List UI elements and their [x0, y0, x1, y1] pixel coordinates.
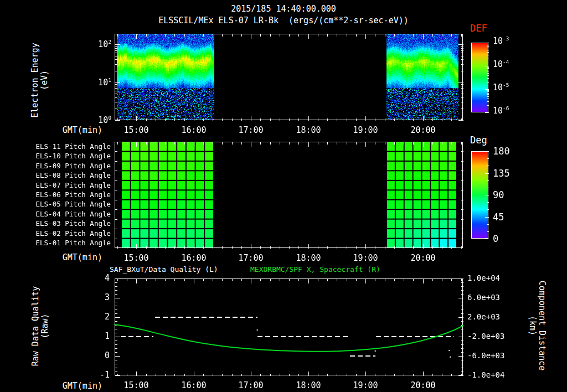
- x-tick-label: 17:00: [236, 380, 266, 390]
- energy-tick-label: 102: [86, 39, 111, 49]
- left-series-title: SAF_BXuT/Data Quality (L): [110, 265, 218, 274]
- gmt-label-panel1: GMT(min): [53, 125, 102, 135]
- deg-colorbar-title: Deg: [470, 135, 487, 146]
- row-label: ELS-04 Pitch Angle: [32, 210, 111, 218]
- x-tick-label: 15:00: [121, 380, 151, 390]
- x-tick-label: 19:00: [350, 253, 380, 263]
- row-label: ELS-07 Pitch Angle: [32, 181, 111, 189]
- tplot-display-page: 2015/185 14:40:00.000 ELSSCIL/MEx ELS-07…: [0, 0, 567, 392]
- x-tick-label: 16:00: [179, 253, 209, 263]
- x-tick-label: 17:00: [236, 253, 266, 263]
- gmt-label-panel3: GMT(min): [53, 381, 102, 391]
- def-tick-label: 10-4: [493, 59, 509, 69]
- x-tick-label: 20:00: [408, 125, 438, 135]
- row-label: ELS-08 Pitch Angle: [32, 171, 111, 179]
- row-label: ELS-05 Pitch Angle: [32, 200, 111, 208]
- energy-tick-label: 101: [86, 77, 111, 87]
- page-title-datetime: 2015/185 14:40:00.000: [0, 4, 567, 14]
- quality-tick-label: -1: [91, 370, 110, 380]
- def-tick-label: 10-6: [493, 105, 509, 116]
- x-tick-label: 20:00: [408, 380, 438, 390]
- data-speck: [257, 329, 258, 331]
- energy-tick-label: 100: [86, 115, 111, 125]
- row-label: ELS-01 Pitch Angle: [32, 239, 111, 247]
- row-label: ELS-06 Pitch Angle: [32, 190, 111, 199]
- energy-axis-title: Electron Energy (eV): [30, 0, 49, 163]
- row-label: ELS-02 Pitch Angle: [32, 229, 111, 238]
- distance-tick-label: 2.0e+03: [467, 312, 500, 321]
- distance-tick-label: 1.0e+04: [467, 274, 500, 282]
- pitch-angle-canvas: [115, 142, 463, 248]
- spacecraft-x-curve: [115, 324, 463, 352]
- data-speck: [450, 357, 451, 358]
- energy-axis-title-line1: Electron Energy: [30, 0, 40, 163]
- distance-axis-title-line1: Component Distance: [537, 243, 547, 392]
- quality-axis-title: Raw Data Quality (Raw): [31, 243, 50, 392]
- distance-axis-title: Component Distance (km): [528, 243, 547, 392]
- quality-axis-title-line1: Raw Data Quality: [31, 243, 40, 392]
- quality-tick-label: 1: [91, 331, 110, 341]
- quality-axis-title-line2: (Raw): [40, 243, 50, 392]
- quality-tick-label: 2: [91, 312, 110, 322]
- x-tick-label: 15:00: [121, 253, 151, 263]
- quality-tick-label: 4: [91, 273, 110, 283]
- line-plot-panel-frame: [115, 279, 463, 375]
- row-label: ELS-10 Pitch Angle: [32, 152, 111, 160]
- x-tick-label: 16:00: [179, 380, 209, 390]
- def-colorbar: [471, 43, 488, 112]
- x-tick-label: 18:00: [293, 253, 323, 263]
- quality-tick-label: 0: [91, 350, 110, 360]
- gmt-label-panel2: GMT(min): [53, 252, 102, 262]
- distance-tick-label: -6.0e+03: [467, 351, 504, 360]
- distance-axis-title-line2: (km): [528, 243, 537, 392]
- deg-colorbar: [471, 151, 488, 239]
- energy-axis-title-line2: (eV): [40, 0, 49, 163]
- row-label: ELS-11 Pitch Angle: [32, 142, 111, 151]
- x-tick-label: 15:00: [121, 125, 151, 135]
- deg-tick-label: 135: [493, 168, 510, 179]
- quality-tick-label: 3: [91, 292, 110, 302]
- x-tick-label: 19:00: [350, 380, 380, 390]
- right-series-title: MEXORBMC/SPF X, Spacecraft (R): [250, 265, 380, 274]
- x-tick-label: 18:00: [293, 380, 323, 390]
- deg-tick-label: 45: [493, 212, 504, 223]
- x-tick-label: 17:00: [236, 125, 266, 135]
- deg-tick-label: 90: [493, 189, 504, 200]
- data-speck: [375, 350, 376, 352]
- row-label: ELS-03 Pitch Angle: [32, 219, 111, 228]
- def-tick-label: 10-5: [493, 82, 509, 92]
- distance-tick-label: -2.0e+03: [467, 332, 504, 341]
- x-tick-label: 18:00: [293, 125, 323, 135]
- electron-spectrogram-canvas: [115, 34, 463, 120]
- deg-tick-label: 180: [493, 146, 510, 157]
- x-tick-label: 19:00: [350, 125, 380, 135]
- distance-tick-label: -1.0e+04: [467, 370, 504, 379]
- def-tick-label: 10-3: [493, 35, 509, 46]
- data-speck: [449, 350, 450, 351]
- x-tick-label: 20:00: [408, 253, 438, 263]
- row-label: ELS-09 Pitch Angle: [32, 162, 111, 170]
- deg-tick-label: 0: [493, 233, 498, 244]
- x-tick-label: 16:00: [179, 125, 209, 135]
- def-colorbar-title: DEF: [470, 23, 487, 34]
- distance-tick-label: 6.0e+03: [467, 293, 500, 302]
